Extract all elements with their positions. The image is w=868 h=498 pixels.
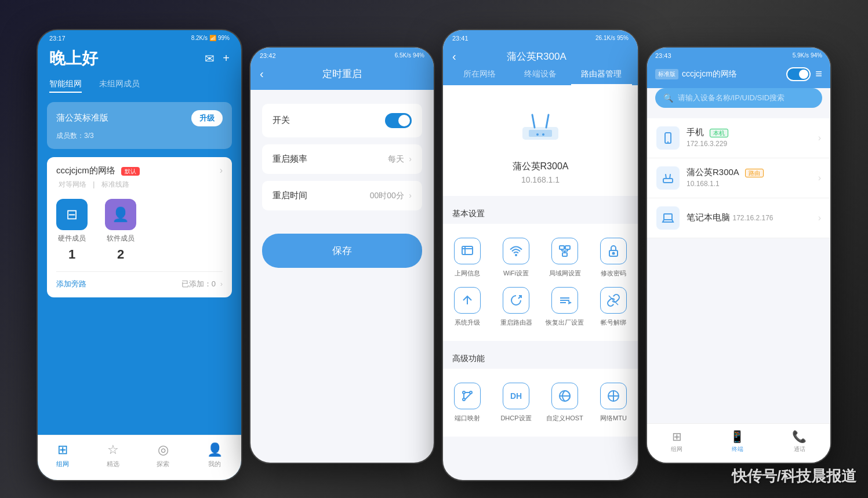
svg-rect-37: [663, 179, 673, 183]
grid-item-factory-reset[interactable]: 恢复出厂设置: [540, 282, 589, 332]
phone4-toggle[interactable]: [786, 67, 811, 81]
p4-nav-group[interactable]: ⊞ 组网: [671, 430, 682, 453]
phone4-status-bar: 23:43 5.9K/s 94%: [647, 48, 830, 61]
p4-nav-call[interactable]: 📞 通话: [792, 430, 807, 453]
svg-point-5: [542, 133, 544, 136]
svg-line-3: [546, 115, 549, 128]
router-name: 蒲公英R300A: [513, 161, 569, 173]
svg-line-39: [670, 175, 670, 179]
password-label: 修改密码: [601, 269, 626, 278]
grid-item-wifi[interactable]: WiFi设置: [492, 233, 540, 282]
grid-item-dhcp[interactable]: DH DHCP设置: [492, 378, 540, 427]
internet-icon: [454, 238, 481, 264]
grid-item-internet[interactable]: 上网信息: [443, 233, 492, 282]
phone1-header: 晚上好 ✉ +: [38, 44, 241, 79]
basic-settings-grid: 上网信息 WiFi设置: [443, 224, 638, 341]
add-bypass-link[interactable]: 添加旁路: [56, 279, 86, 289]
phone2-back-button[interactable]: ‹: [260, 67, 264, 81]
hardware-label: 硬件成员: [58, 234, 86, 243]
time-chevron: ›: [409, 191, 412, 200]
save-button[interactable]: 保存: [262, 234, 422, 268]
phone4-time: 23:43: [655, 52, 671, 59]
network-card-header: cccjcjcm的网络 默认 ›: [56, 165, 223, 176]
phone3-header: ‹ 蒲公英R300A: [443, 44, 638, 63]
nav-group-network[interactable]: ⊞ 组网: [56, 442, 69, 468]
tab-smart-network[interactable]: 智能组网: [49, 79, 82, 93]
toggle-switch[interactable]: [385, 113, 412, 128]
phone1-status-bar: 23:17 8.2K/s 📶 99%: [38, 30, 241, 44]
p4-terminal-label: 终端: [732, 445, 743, 453]
svg-rect-11: [565, 246, 570, 249]
upgrade-button[interactable]: 升级: [191, 110, 223, 126]
tab-router-mgmt[interactable]: 路由器管理: [571, 63, 632, 85]
router-device-ip: 10.168.1.1: [687, 180, 720, 188]
tab-terminal[interactable]: 终端设备: [510, 63, 571, 85]
port-map-label: 端口映射: [455, 414, 480, 423]
setting-row-time[interactable]: 重启时间 00时00分 ›: [262, 181, 422, 210]
svg-rect-6: [462, 246, 473, 255]
grid-item-mtu[interactable]: 网络MTU: [589, 378, 638, 427]
grid-item-custom-host[interactable]: 自定义HOST: [540, 378, 589, 427]
grid-item-password[interactable]: 修改密码: [589, 233, 638, 282]
tab-ungrouped[interactable]: 未组网成员: [99, 79, 140, 93]
phone3-speed: 26.1K/s: [595, 35, 615, 41]
phone-name-row: 手机 本机: [687, 127, 818, 138]
phone-device-ip: 172.16.3.229: [687, 140, 727, 148]
frequency-value-row: 每天 ›: [388, 154, 412, 165]
menu-icon[interactable]: ≡: [815, 67, 822, 81]
search-icon: 🔍: [663, 93, 673, 103]
phone3-status-bar: 23:41 26.1K/s 95%: [443, 30, 638, 44]
tab-network[interactable]: 所在网络: [449, 63, 510, 85]
grid-item-port-map[interactable]: 端口映射: [443, 378, 492, 427]
phone-device-info: 手机 本机 172.16.3.229: [687, 127, 818, 148]
dandelion-edition-label: 蒲公英标准版: [56, 112, 108, 123]
phone1-battery: 99%: [218, 35, 230, 41]
phone3-body: 蒲公英R300A 10.168.1.1 基本设置 上网信息: [443, 85, 638, 437]
time-value: 00时00分: [370, 191, 404, 200]
added-count-text: 已添加：0: [181, 279, 216, 288]
nav-explore[interactable]: ◎ 探索: [157, 442, 169, 468]
member-count-label: 成员数：3/3: [56, 132, 94, 140]
custom-host-icon: [551, 383, 578, 409]
p4-nav-terminal[interactable]: 📱 终端: [730, 430, 744, 453]
standard-badge: 标准版: [655, 69, 678, 79]
add-icon[interactable]: +: [223, 52, 230, 66]
nav-featured[interactable]: ☆ 精选: [107, 442, 119, 468]
compass-icon: ◎: [158, 442, 169, 457]
software-member-item: 👤 软件成员 2: [105, 199, 136, 262]
network-footer: 添加旁路 已添加：0 ›: [56, 271, 223, 289]
dhcp-icon: DH: [503, 383, 529, 409]
nav-group-label: 组网: [56, 460, 69, 468]
grid-item-lan[interactable]: 局域网设置: [540, 233, 589, 282]
internet-label: 上网信息: [455, 269, 480, 278]
device-item-laptop[interactable]: 笔记本电脑 172.16.2.176 ›: [647, 198, 830, 238]
setting-row-frequency[interactable]: 重启频率 每天 ›: [262, 144, 422, 174]
frequency-chevron: ›: [409, 154, 412, 163]
phone4-search-bar[interactable]: 🔍 请输入设备名称/IP/UID/SID搜索: [655, 88, 822, 108]
grid-item-upgrade[interactable]: 系统升级: [443, 282, 492, 332]
phone3-back-button[interactable]: ‹: [452, 50, 456, 63]
phone1-top-card: 蒲公英标准版 升级 成员数：3/3: [47, 102, 232, 149]
lan-icon: [551, 238, 578, 264]
phone4-status-icons: 5.9K/s 94%: [793, 52, 822, 59]
svg-point-27: [463, 398, 465, 401]
svg-point-26: [470, 391, 472, 394]
phone1-signal-icon: 📶: [209, 35, 216, 41]
phone1-header-icons: ✉ +: [205, 52, 230, 66]
router-image: [514, 101, 566, 154]
device-item-phone[interactable]: 手机 本机 172.16.3.229 ›: [647, 118, 830, 158]
phone4-battery: 94%: [811, 52, 822, 59]
grid-item-reboot[interactable]: 重启路由器: [492, 282, 540, 332]
network-card-chevron[interactable]: ›: [220, 165, 223, 176]
phone2-speed: 6.5K/s: [395, 52, 411, 59]
mail-icon[interactable]: ✉: [205, 52, 215, 66]
phone4-network-name: cccjcjcm的网络: [682, 69, 737, 79]
svg-line-24: [609, 296, 618, 305]
grid-item-unbind[interactable]: 帐号解绑: [589, 282, 638, 332]
phone3-battery: 95%: [617, 35, 629, 41]
device-item-router[interactable]: 蒲公英R300A 路由 10.168.1.1 ›: [647, 158, 830, 198]
network-name-row: cccjcjcm的网络 默认: [56, 165, 140, 176]
nav-mine[interactable]: 👤 我的: [207, 442, 223, 468]
phone1-card-header: 蒲公英标准版 升级: [56, 110, 223, 126]
p4-grid-icon: ⊞: [672, 430, 682, 444]
